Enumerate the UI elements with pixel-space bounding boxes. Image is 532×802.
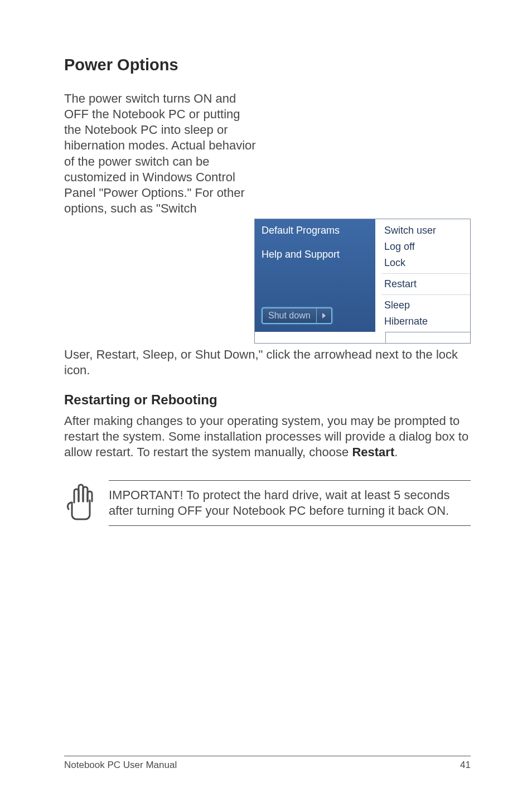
menu-item-switch-user[interactable]: Switch user xyxy=(384,223,470,239)
hand-icon xyxy=(64,484,96,523)
shutdown-arrow-icon[interactable] xyxy=(316,308,331,323)
menu-item-lock[interactable]: Lock xyxy=(384,255,470,271)
intro-left-column: The power switch turns ON and OFF the No… xyxy=(64,91,257,216)
intro-block: The power switch turns ON and OFF the No… xyxy=(64,91,471,344)
restart-paragraph: After making changes to your operating s… xyxy=(64,413,471,460)
menu-item-hibernate[interactable]: Hibernate xyxy=(384,313,470,330)
important-callout: IMPORTANT! To protect the hard drive, wa… xyxy=(64,480,471,526)
restart-text-a: After making changes to your operating s… xyxy=(64,414,468,459)
svg-marker-0 xyxy=(322,313,326,318)
start-menu-left-panel: Default Programs Help and Support Shut d… xyxy=(255,219,375,332)
menu-separator xyxy=(382,273,470,274)
important-text: IMPORTANT! To protect the hard drive, wa… xyxy=(109,480,471,526)
windows-power-menu-screenshot: Default Programs Help and Support Shut d… xyxy=(254,219,471,344)
link-default-programs[interactable]: Default Programs xyxy=(262,225,375,236)
shutdown-button-label: Shut down xyxy=(263,308,316,323)
page-footer: Notebook PC User Manual 41 xyxy=(64,756,471,771)
menu-separator xyxy=(382,294,470,295)
menu-item-sleep[interactable]: Sleep xyxy=(384,297,470,313)
restart-bold: Restart xyxy=(352,445,394,459)
intro-paragraph-after: User, Restart, Sleep, or Shut Down," cli… xyxy=(64,347,471,378)
menu-item-log-off[interactable]: Log off xyxy=(384,239,470,255)
restart-text-b: . xyxy=(394,445,398,459)
link-help-and-support[interactable]: Help and Support xyxy=(262,249,375,260)
menu-item-restart[interactable]: Restart xyxy=(384,276,470,292)
footer-title: Notebook PC User Manual xyxy=(64,760,177,771)
intro-paragraph-left: The power switch turns ON and OFF the No… xyxy=(64,91,257,216)
heading-restarting: Restarting or Rebooting xyxy=(64,392,471,408)
heading-power-options: Power Options xyxy=(64,56,471,74)
power-submenu: Switch user Log off Lock Restart Sleep H… xyxy=(375,219,470,332)
footer-page-number: 41 xyxy=(460,760,471,771)
shutdown-button[interactable]: Shut down xyxy=(262,307,332,324)
